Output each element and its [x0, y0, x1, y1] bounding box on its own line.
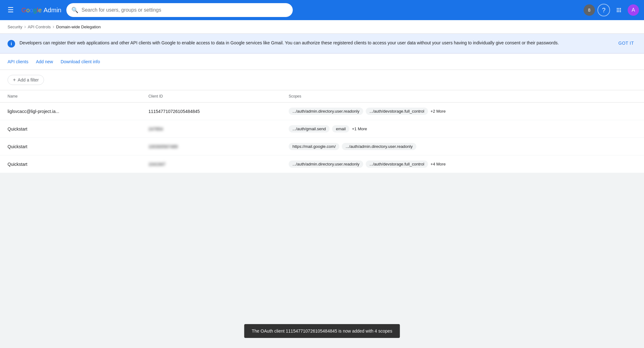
col-name: Name	[0, 90, 141, 103]
tab-api-clients[interactable]: API clients	[8, 53, 28, 70]
cell-scopes: .../auth/admin.directory.user.readonly..…	[281, 103, 644, 120]
cell-name: Quickstart	[0, 120, 141, 138]
cell-name: Quickstart	[0, 155, 141, 173]
tab-download-client-info[interactable]: Download client info	[61, 53, 100, 70]
menu-icon[interactable]: ☰	[5, 3, 16, 17]
scope-chip: .../auth/devstorage.full_control	[366, 108, 428, 115]
cell-scopes: .../auth/gmail.sendemail+1 More	[281, 120, 644, 138]
col-scopes: Scopes	[281, 90, 644, 103]
breadcrumb-chevron-2: ›	[53, 24, 54, 30]
notifications-badge[interactable]: 8	[584, 4, 595, 16]
scope-chip: .../auth/devstorage.full_control	[366, 160, 428, 168]
got-it-button[interactable]: GOT IT	[616, 39, 636, 47]
more-scopes-badge[interactable]: +4 More	[430, 162, 446, 166]
add-filter-button[interactable]: + Add a filter	[8, 75, 44, 85]
breadcrumb-chevron-1: ›	[24, 24, 26, 30]
cell-client-id: 247854	[141, 120, 281, 138]
filter-button-label: Add a filter	[18, 77, 39, 82]
search-icon: 🔍	[71, 7, 78, 14]
cell-client-id: 111547710726105484845	[141, 103, 281, 120]
cell-scopes: .../auth/admin.directory.user.readonly..…	[281, 155, 644, 173]
info-icon: i	[8, 40, 15, 48]
tabs-bar: API clients Add new Download client info	[0, 53, 644, 70]
help-icon[interactable]: ?	[597, 4, 610, 16]
search-input[interactable]	[81, 7, 288, 13]
scope-chip: .../auth/admin.directory.user.readonly	[289, 160, 363, 168]
table-header-row: Name Client ID Scopes	[0, 90, 644, 103]
col-client-id: Client ID	[141, 90, 281, 103]
filter-plus-icon: +	[13, 77, 16, 83]
info-banner: i Developers can register their web appl…	[0, 34, 644, 53]
breadcrumb-api-controls[interactable]: API Controls	[28, 25, 51, 29]
cell-name: liglsvcacc@ligl-project.ia...	[0, 103, 141, 120]
scope-chip: email	[332, 125, 349, 132]
apps-grid-icon[interactable]	[613, 4, 625, 16]
more-scopes-badge[interactable]: +1 More	[352, 126, 367, 131]
scope-chip: .../auth/admin.directory.user.readonly	[289, 108, 363, 115]
cell-scopes: https://mail.google.com/.../auth/admin.d…	[281, 138, 644, 155]
tab-add-new[interactable]: Add new	[36, 53, 53, 70]
snackbar: The OAuth client 111547710726105484845 i…	[244, 324, 400, 338]
breadcrumb-security[interactable]: Security	[8, 25, 22, 29]
more-scopes-badge[interactable]: +2 More	[430, 109, 446, 114]
scope-chip: https://mail.google.com/	[289, 143, 339, 150]
nav-right-actions: 8 ? A	[584, 4, 639, 16]
cell-name: Quickstart	[0, 138, 141, 155]
filter-bar: + Add a filter	[0, 70, 644, 90]
table-container: API clients Add new Download client info…	[0, 53, 644, 173]
breadcrumb-current: Domain-wide Delegation	[56, 25, 101, 29]
logo-product-text: Admin	[44, 7, 62, 14]
table-row[interactable]: liglsvcacc@ligl-project.ia...11154771072…	[0, 103, 644, 120]
user-avatar[interactable]: A	[628, 4, 639, 16]
api-clients-table: Name Client ID Scopes liglsvcacc@ligl-pr…	[0, 90, 644, 173]
scope-chip: .../auth/admin.directory.user.readonly	[342, 143, 416, 150]
cell-client-id: 1041947	[141, 155, 281, 173]
nav-logo: Google Admin	[21, 7, 61, 14]
logo-google-text: Google	[21, 7, 42, 14]
info-banner-text: Developers can register their web applic…	[19, 39, 612, 46]
breadcrumb: Security › API Controls › Domain-wide De…	[0, 20, 644, 34]
scope-chip: .../auth/gmail.send	[289, 125, 330, 132]
top-nav: ☰ Google Admin 🔍 8 ? A	[0, 0, 644, 20]
table-row[interactable]: Quickstart1041947.../auth/admin.director…	[0, 155, 644, 173]
table-row[interactable]: Quickstart100300567489https://mail.googl…	[0, 138, 644, 155]
table-row[interactable]: Quickstart247854.../auth/gmail.sendemail…	[0, 120, 644, 138]
search-bar[interactable]: 🔍	[66, 3, 293, 17]
cell-client-id: 100300567489	[141, 138, 281, 155]
